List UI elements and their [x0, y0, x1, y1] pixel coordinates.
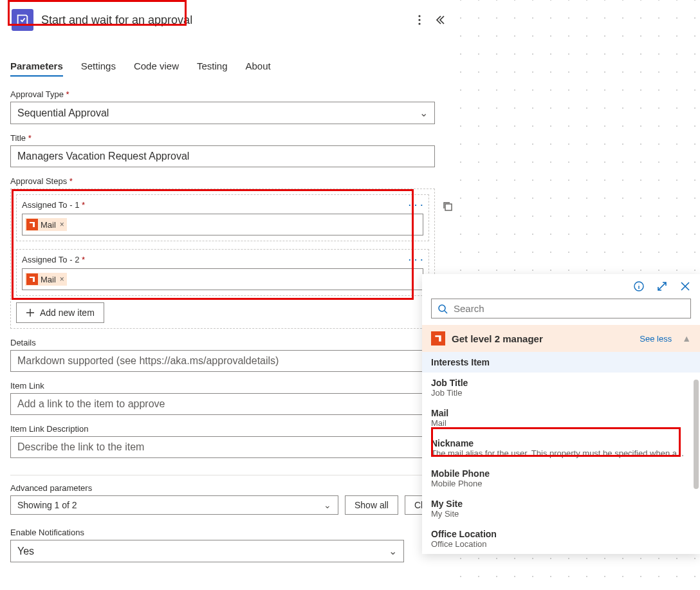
title-input[interactable]	[10, 145, 435, 167]
step-1-menu[interactable]: · · ·	[409, 200, 423, 210]
flyout-item-my-site[interactable]: My Site My Site	[422, 493, 700, 524]
approval-steps-container: Assigned To - 1 · · · Mail × Assigned To…	[10, 189, 435, 329]
assigned-to-1-input[interactable]: Mail ×	[22, 214, 423, 235]
expand-icon[interactable]	[656, 281, 668, 292]
dynamic-content-flyout: Get level 2 manager See less ▲ Interests…	[422, 274, 700, 554]
chevron-down-icon: ⌄	[419, 107, 428, 119]
tab-settings[interactable]: Settings	[81, 57, 116, 77]
info-icon[interactable]	[633, 281, 645, 292]
mail-token[interactable]: Mail ×	[25, 218, 67, 231]
flyout-item-job-title[interactable]: Job Title Job Title	[422, 373, 700, 403]
title-label: Title	[10, 133, 448, 143]
show-all-button[interactable]: Show all	[345, 495, 398, 515]
step-2-menu[interactable]: · · ·	[409, 255, 423, 264]
remove-token-icon[interactable]: ×	[60, 275, 64, 284]
enable-notifications-select[interactable]: Yes ⌄	[10, 540, 404, 562]
chevron-down-icon: ⌄	[324, 500, 331, 510]
item-link-desc-label: Item Link Description	[10, 424, 448, 434]
approval-step-2: Assigned To - 2 · · · Mail ×	[16, 249, 429, 296]
flyout-item-interests[interactable]: Interests Item	[422, 352, 700, 373]
advanced-params-label: Advanced parameters	[10, 483, 448, 493]
approval-type-label: Approval Type	[10, 89, 448, 99]
mail-token[interactable]: Mail ×	[25, 273, 67, 286]
item-link-desc-input[interactable]	[10, 436, 435, 458]
panel-title: Start and wait for an approval	[41, 14, 405, 27]
duplicate-icon[interactable]	[442, 201, 455, 214]
close-icon[interactable]	[679, 281, 691, 292]
collapse-panel-icon[interactable]	[434, 14, 447, 26]
flyout-group-header[interactable]: Get level 2 manager See less ▲	[422, 325, 700, 352]
flyout-scrollbar[interactable]	[694, 380, 699, 489]
action-config-panel: Start and wait for an approval Parameter…	[0, 0, 458, 573]
svg-point-0	[418, 15, 420, 17]
tab-code-view[interactable]: Code view	[134, 57, 179, 77]
add-new-item-button[interactable]: Add new item	[16, 302, 104, 323]
approval-step-1: Assigned To - 1 · · · Mail ×	[16, 194, 429, 241]
flyout-search-input[interactable]	[431, 299, 691, 318]
item-link-label: Item Link	[10, 381, 448, 391]
panel-tabs: Parameters Settings Code view Testing Ab…	[10, 57, 448, 77]
enable-notifications-label: Enable Notifications	[10, 528, 448, 537]
svg-point-1	[418, 19, 420, 21]
search-icon	[438, 304, 448, 314]
chevron-down-icon: ⌄	[389, 545, 397, 557]
office-icon	[26, 219, 38, 230]
tab-about[interactable]: About	[246, 57, 271, 77]
collapse-triangle-icon[interactable]: ▲	[682, 333, 691, 344]
remove-token-icon[interactable]: ×	[60, 220, 64, 229]
svg-point-2	[418, 23, 420, 24]
svg-point-5	[439, 305, 445, 311]
approval-steps-label: Approval Steps	[10, 176, 448, 186]
tab-parameters[interactable]: Parameters	[10, 57, 63, 77]
advanced-params-select[interactable]: Showing 1 of 2 ⌄	[10, 495, 338, 515]
flyout-item-nickname[interactable]: Nickname The mail alias for the user. Th…	[422, 433, 700, 463]
flyout-item-mobile-phone[interactable]: Mobile Phone Mobile Phone	[422, 463, 700, 493]
kebab-menu-icon[interactable]	[413, 14, 426, 26]
approval-type-select[interactable]: Sequential Approval ⌄	[10, 102, 435, 124]
office-icon	[26, 273, 38, 285]
flyout-item-mail[interactable]: Mail Mail	[422, 403, 700, 433]
see-less-link[interactable]: See less	[640, 334, 672, 344]
divider	[10, 475, 435, 475]
flyout-item-office-location[interactable]: Office Location Office Location	[422, 524, 700, 554]
details-input[interactable]	[10, 350, 435, 372]
approval-action-icon	[12, 9, 33, 31]
tab-testing[interactable]: Testing	[197, 57, 228, 77]
details-label: Details	[10, 338, 448, 347]
svg-rect-3	[445, 204, 452, 210]
office-icon	[431, 331, 445, 346]
assigned-to-2-input[interactable]: Mail ×	[22, 268, 423, 290]
item-link-input[interactable]	[10, 393, 435, 415]
